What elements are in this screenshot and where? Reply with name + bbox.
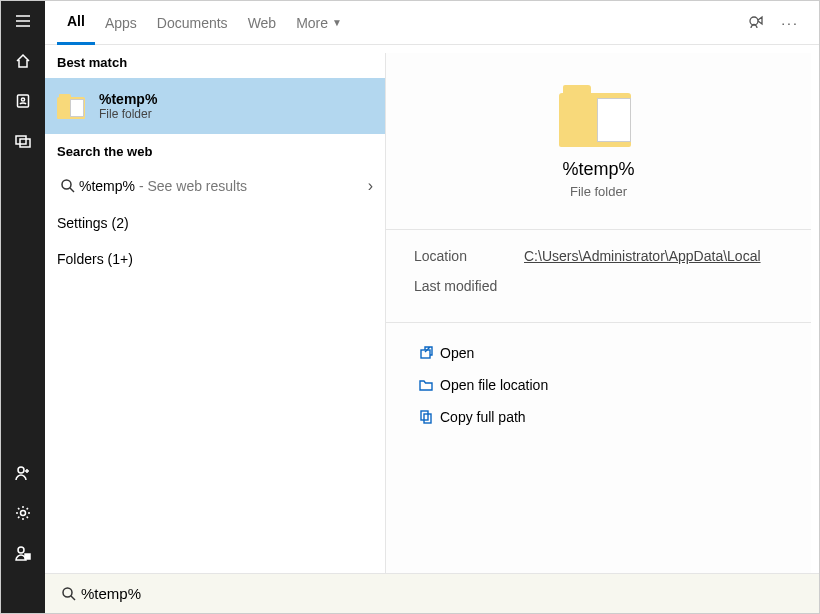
menu-icon[interactable] <box>1 1 45 41</box>
search-input[interactable] <box>81 585 807 602</box>
svg-point-9 <box>62 180 71 189</box>
last-modified-label: Last modified <box>414 278 524 294</box>
svg-point-4 <box>18 467 24 473</box>
search-icon <box>57 178 79 194</box>
best-match-item[interactable]: %temp% File folder <box>45 78 385 134</box>
main-area: All Apps Documents Web More ▼ ··· Best m… <box>45 1 819 613</box>
preview-title: %temp% <box>386 159 811 180</box>
left-sidebar <box>1 1 45 613</box>
search-bar <box>45 573 819 613</box>
filter-tabs: All Apps Documents Web More ▼ ··· <box>45 1 819 45</box>
open-action[interactable]: Open <box>406 337 791 369</box>
location-label: Location <box>414 248 524 264</box>
svg-point-5 <box>21 511 26 516</box>
best-match-title: %temp% <box>99 91 157 107</box>
copy-path-action[interactable]: Copy full path <box>406 401 791 433</box>
svg-rect-2 <box>16 136 26 144</box>
web-result-text: %temp% - See web results <box>79 178 368 194</box>
search-icon <box>57 586 81 602</box>
preview-meta: Location C:\Users\Administrator\AppData\… <box>386 229 811 322</box>
best-match-subtitle: File folder <box>99 107 157 121</box>
folder-open-icon <box>412 377 440 393</box>
svg-point-6 <box>18 547 24 553</box>
folder-large-icon <box>559 83 639 147</box>
best-match-label: Best match <box>45 45 385 78</box>
user-icon[interactable] <box>1 533 45 573</box>
folder-icon <box>57 93 87 119</box>
tab-documents[interactable]: Documents <box>147 1 238 45</box>
search-web-label: Search the web <box>45 134 385 167</box>
open-icon <box>412 345 440 361</box>
svg-point-8 <box>750 17 758 25</box>
more-options-icon[interactable]: ··· <box>773 15 807 31</box>
settings-results-item[interactable]: Settings (2) <box>45 205 385 241</box>
open-location-action[interactable]: Open file location <box>406 369 791 401</box>
feedback-icon[interactable] <box>739 14 773 32</box>
folders-results-item[interactable]: Folders (1+) <box>45 241 385 277</box>
settings-icon[interactable] <box>1 493 45 533</box>
home-icon[interactable] <box>1 41 45 81</box>
tab-web[interactable]: Web <box>238 1 287 45</box>
windows-icon[interactable] <box>1 121 45 161</box>
preview-panel: %temp% File folder Location C:\Users\Adm… <box>385 53 811 573</box>
location-link[interactable]: C:\Users\Administrator\AppData\Local <box>524 248 761 264</box>
preview-actions: Open Open file location Copy full path <box>386 322 811 447</box>
contacts-icon[interactable] <box>1 81 45 121</box>
add-user-icon[interactable] <box>1 453 45 493</box>
svg-point-1 <box>21 98 24 101</box>
chevron-down-icon: ▼ <box>332 17 342 28</box>
results-panel: Best match %temp% File folder Search the… <box>45 45 385 573</box>
tab-all[interactable]: All <box>57 1 95 45</box>
svg-rect-7 <box>25 554 30 559</box>
tab-apps[interactable]: Apps <box>95 1 147 45</box>
chevron-right-icon: › <box>368 177 373 195</box>
web-result-item[interactable]: %temp% - See web results › <box>45 167 385 205</box>
svg-point-13 <box>63 588 72 597</box>
copy-icon <box>412 409 440 425</box>
preview-subtitle: File folder <box>386 184 811 199</box>
svg-rect-3 <box>20 139 30 147</box>
tab-more[interactable]: More ▼ <box>286 1 352 45</box>
